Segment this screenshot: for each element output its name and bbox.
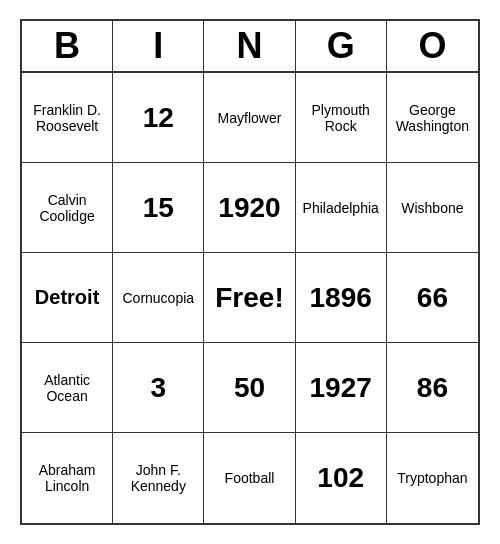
bingo-cell-14: 66 [387,253,478,343]
bingo-cell-7: 1920 [204,163,295,253]
bingo-grid: Franklin D. Roosevelt12MayflowerPlymouth… [22,73,478,523]
bingo-cell-20: Abraham Lincoln [22,433,113,523]
bingo-cell-6: 15 [113,163,204,253]
bingo-cell-22: Football [204,433,295,523]
bingo-cell-18: 1927 [296,343,387,433]
header-letter-i: I [113,21,204,71]
bingo-cell-15: Atlantic Ocean [22,343,113,433]
header-letter-b: B [22,21,113,71]
bingo-cell-13: 1896 [296,253,387,343]
header-letter-g: G [296,21,387,71]
bingo-cell-11: Cornucopia [113,253,204,343]
bingo-cell-9: Wishbone [387,163,478,253]
header-letter-o: O [387,21,478,71]
bingo-cell-10: Detroit [22,253,113,343]
bingo-cell-21: John F. Kennedy [113,433,204,523]
bingo-header: BINGO [22,21,478,73]
header-letter-n: N [204,21,295,71]
bingo-card: BINGO Franklin D. Roosevelt12MayflowerPl… [20,19,480,525]
bingo-cell-3: Plymouth Rock [296,73,387,163]
bingo-cell-0: Franklin D. Roosevelt [22,73,113,163]
bingo-cell-16: 3 [113,343,204,433]
bingo-cell-8: Philadelphia [296,163,387,253]
bingo-cell-5: Calvin Coolidge [22,163,113,253]
bingo-cell-4: George Washington [387,73,478,163]
bingo-cell-19: 86 [387,343,478,433]
bingo-cell-12: Free! [204,253,295,343]
bingo-cell-17: 50 [204,343,295,433]
bingo-cell-24: Tryptophan [387,433,478,523]
bingo-cell-2: Mayflower [204,73,295,163]
bingo-cell-23: 102 [296,433,387,523]
bingo-cell-1: 12 [113,73,204,163]
